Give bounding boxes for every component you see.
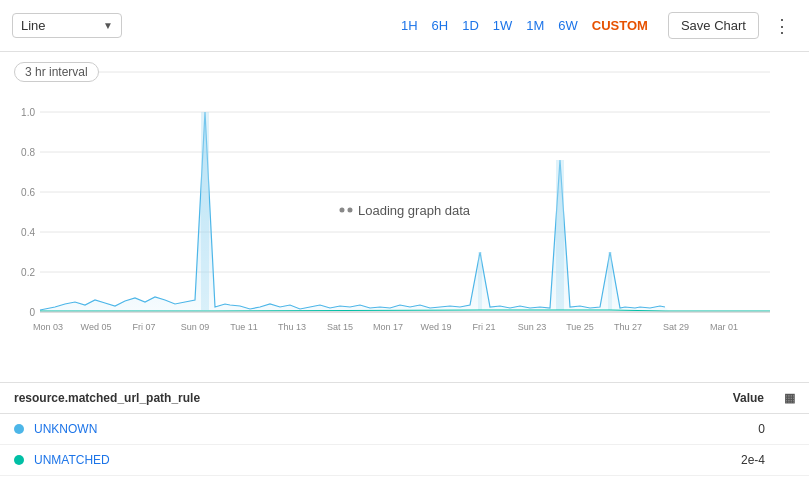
legend-value-unknown: 0: [758, 422, 765, 436]
chart-type-dropdown[interactable]: Line ▼: [12, 13, 122, 38]
svg-text:0.4: 0.4: [21, 227, 35, 238]
legend-name-unknown[interactable]: UNKNOWN: [34, 422, 758, 436]
loading-label: Loading graph data: [339, 203, 470, 218]
svg-text:Mon 17: Mon 17: [373, 322, 403, 332]
chart-type-label: Line: [21, 18, 46, 33]
loading-dots-icon: [339, 208, 352, 213]
time-range-1h[interactable]: 1H: [397, 16, 422, 35]
svg-text:Sun 23: Sun 23: [518, 322, 547, 332]
loading-text: Loading graph data: [358, 203, 470, 218]
svg-text:Wed 19: Wed 19: [421, 322, 452, 332]
save-chart-button[interactable]: Save Chart: [668, 12, 759, 39]
svg-text:Thu 13: Thu 13: [278, 322, 306, 332]
chevron-down-icon: ▼: [103, 20, 113, 31]
svg-text:Mon 03: Mon 03: [33, 322, 63, 332]
column-options-icon[interactable]: ▦: [784, 391, 795, 405]
svg-text:Mar 01: Mar 01: [710, 322, 738, 332]
svg-text:Fri 21: Fri 21: [472, 322, 495, 332]
legend-name-unmatched[interactable]: UNMATCHED: [34, 453, 741, 467]
legend-dot-unmatched: [14, 455, 24, 465]
svg-text:0.2: 0.2: [21, 267, 35, 278]
svg-text:0.8: 0.8: [21, 147, 35, 158]
legend-header-label: resource.matched_url_path_rule: [14, 391, 733, 405]
svg-text:0: 0: [29, 307, 35, 318]
list-item: UNMATCHED 2e-4: [0, 445, 809, 476]
svg-text:Wed 05: Wed 05: [81, 322, 112, 332]
svg-text:Tue 25: Tue 25: [566, 322, 594, 332]
chart-area: 3 hr interval Loading graph data 1.2 1.0…: [0, 52, 809, 382]
time-range-custom[interactable]: CUSTOM: [588, 16, 652, 35]
time-range-1d[interactable]: 1D: [458, 16, 483, 35]
svg-text:1.0: 1.0: [21, 107, 35, 118]
svg-text:Fri 07: Fri 07: [132, 322, 155, 332]
list-item: UNKNOWN 0: [0, 414, 809, 445]
svg-text:Thu 27: Thu 27: [614, 322, 642, 332]
svg-text:0.6: 0.6: [21, 187, 35, 198]
svg-text:Sat 15: Sat 15: [327, 322, 353, 332]
time-range-6h[interactable]: 6H: [428, 16, 453, 35]
time-range-1m[interactable]: 1M: [522, 16, 548, 35]
legend-header-value: Value: [733, 391, 764, 405]
interval-badge: 3 hr interval: [14, 62, 99, 82]
legend-area: resource.matched_url_path_rule Value ▦ U…: [0, 382, 809, 476]
legend-dot-unknown: [14, 424, 24, 434]
svg-text:Tue 11: Tue 11: [230, 322, 258, 332]
svg-text:Sat 29: Sat 29: [663, 322, 689, 332]
more-options-button[interactable]: ⋮: [767, 13, 797, 39]
time-range-6w[interactable]: 6W: [554, 16, 582, 35]
legend-value-unmatched: 2e-4: [741, 453, 765, 467]
svg-text:Sun 09: Sun 09: [181, 322, 210, 332]
time-range-1w[interactable]: 1W: [489, 16, 517, 35]
toolbar: Line ▼ 1H 6H 1D 1W 1M 6W CUSTOM Save Cha…: [0, 0, 809, 52]
time-range-buttons: 1H 6H 1D 1W 1M 6W CUSTOM: [397, 16, 652, 35]
legend-header: resource.matched_url_path_rule Value ▦: [0, 383, 809, 414]
